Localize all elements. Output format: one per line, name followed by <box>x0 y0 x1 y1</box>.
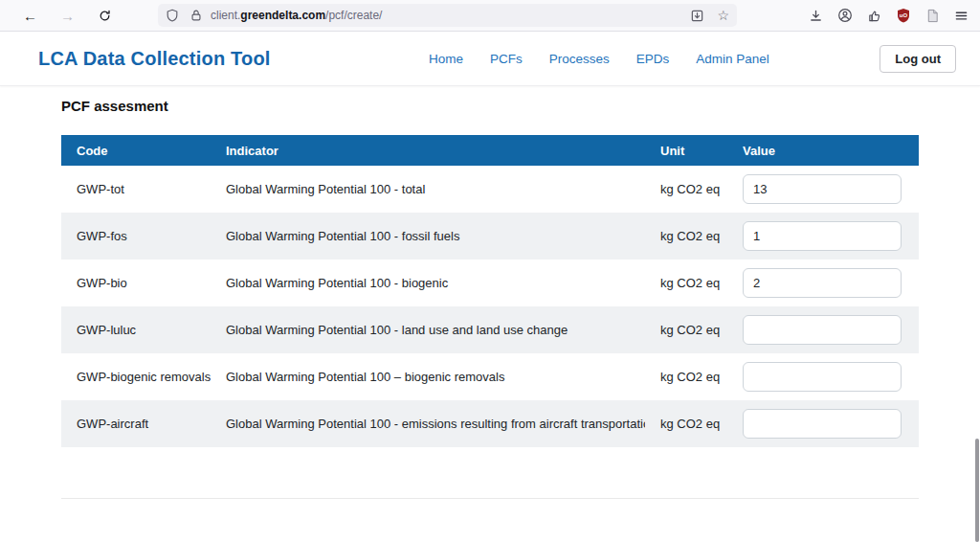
url-subdomain: client. <box>211 9 240 22</box>
row-value-cell <box>727 268 919 298</box>
url-bar-actions: ☆ <box>690 9 729 23</box>
row-unit: kg CO2 eq <box>645 417 727 431</box>
main-nav: Home PCFs Processes EPDs Admin Panel <box>429 52 769 66</box>
table-body: GWP-tot Global Warming Potential 100 - t… <box>61 166 919 447</box>
browser-nav-buttons: ← → <box>0 9 112 23</box>
row-unit: kg CO2 eq <box>645 229 727 243</box>
row-value-cell <box>727 174 919 204</box>
save-page-icon[interactable] <box>690 9 704 23</box>
column-header-code: Code <box>61 144 211 158</box>
thumbs-up-extension-icon[interactable] <box>867 9 881 23</box>
scrollbar-thumb[interactable] <box>975 439 979 542</box>
account-icon[interactable] <box>837 8 853 23</box>
nav-processes[interactable]: Processes <box>549 52 610 66</box>
row-indicator: Global Warming Potential 100 - total <box>211 182 645 196</box>
nav-pcfs[interactable]: PCFs <box>490 52 523 66</box>
table-row: GWP-biogenic removals Global Warming Pot… <box>61 353 919 400</box>
bookmark-star-icon[interactable]: ☆ <box>717 9 729 22</box>
row-value-cell <box>727 409 919 439</box>
nav-home[interactable]: Home <box>429 52 463 66</box>
url-bar[interactable]: client.greendelta.com/pcf/create/ ☆ <box>158 4 737 27</box>
url-domain: greendelta.com <box>240 9 325 22</box>
row-unit: kg CO2 eq <box>645 182 727 196</box>
row-unit: kg CO2 eq <box>645 276 727 290</box>
row-indicator: Global Warming Potential 100 - land use … <box>211 323 645 337</box>
bottom-divider <box>61 498 919 499</box>
site-title: LCA Data Collection Tool <box>38 48 271 70</box>
table-row: GWP-luluc Global Warming Potential 100 -… <box>61 306 919 353</box>
tracking-shield-icon[interactable] <box>166 9 179 22</box>
toolbar-right-icons: uO <box>809 0 969 31</box>
svg-text:uO: uO <box>900 12 908 18</box>
column-header-value: Value <box>727 144 919 158</box>
row-code: GWP-biogenic removals <box>61 370 211 384</box>
row-code: GWP-fos <box>61 229 211 243</box>
row-unit: kg CO2 eq <box>645 370 727 384</box>
table-row: GWP-fos Global Warming Potential 100 - f… <box>61 213 919 260</box>
table-row: GWP-aircraft Global Warming Potential 10… <box>61 400 919 447</box>
reload-icon[interactable] <box>98 9 112 23</box>
browser-toolbar: ← → client.greendelta.com/pcf/create/ ☆ <box>0 0 980 32</box>
pcf-table: Code Indicator Unit Value GWP-tot Global… <box>61 135 919 447</box>
ublock-shield-icon[interactable]: uO <box>896 8 911 23</box>
url-text: client.greendelta.com/pcf/create/ <box>211 9 690 22</box>
row-code: GWP-tot <box>61 182 211 196</box>
value-input-gwp-luluc[interactable] <box>743 315 902 345</box>
page-content: PCF assesment Code Indicator Unit Value … <box>0 98 980 499</box>
downloads-icon[interactable] <box>809 9 823 23</box>
value-input-gwp-tot[interactable] <box>743 174 902 204</box>
row-value-cell <box>727 221 919 251</box>
row-code: GWP-bio <box>61 276 211 290</box>
value-input-gwp-biogenic-removals[interactable] <box>743 362 902 392</box>
row-code: GWP-luluc <box>61 323 211 337</box>
row-indicator: Global Warming Potential 100 – biogenic … <box>211 370 645 384</box>
row-indicator: Global Warming Potential 100 - biogenic <box>211 276 645 290</box>
row-unit: kg CO2 eq <box>645 323 727 337</box>
logout-button[interactable]: Log out <box>880 45 956 73</box>
row-code: GWP-aircraft <box>61 417 211 431</box>
menu-icon[interactable] <box>954 9 969 23</box>
nav-epds[interactable]: EPDs <box>636 52 670 66</box>
page-title: PCF assesment <box>61 98 919 114</box>
value-input-gwp-bio[interactable] <box>743 268 902 298</box>
back-icon[interactable]: ← <box>23 9 37 23</box>
lock-icon[interactable] <box>189 9 203 22</box>
nav-admin-panel[interactable]: Admin Panel <box>696 52 769 66</box>
document-extension-icon[interactable] <box>925 9 940 23</box>
row-value-cell <box>727 362 919 392</box>
site-header: LCA Data Collection Tool Home PCFs Proce… <box>0 32 980 86</box>
url-path: /pcf/create/ <box>325 9 382 22</box>
column-header-unit: Unit <box>645 144 727 158</box>
row-value-cell <box>727 315 919 345</box>
table-header-row: Code Indicator Unit Value <box>61 135 919 166</box>
forward-icon[interactable]: → <box>60 9 75 23</box>
value-input-gwp-aircraft[interactable] <box>743 409 902 439</box>
table-row: GWP-tot Global Warming Potential 100 - t… <box>61 166 919 213</box>
row-indicator: Global Warming Potential 100 - fossil fu… <box>211 229 645 243</box>
value-input-gwp-fos[interactable] <box>743 221 902 251</box>
table-row: GWP-bio Global Warming Potential 100 - b… <box>61 260 919 306</box>
column-header-indicator: Indicator <box>211 144 645 158</box>
row-indicator: Global Warming Potential 100 - emissions… <box>211 417 645 431</box>
